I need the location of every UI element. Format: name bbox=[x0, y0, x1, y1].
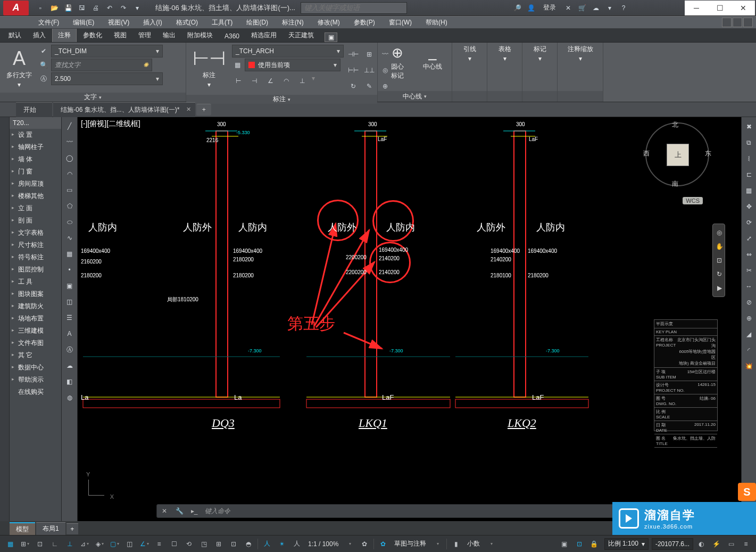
dim-layer-dropdown[interactable]: 使用当前项▾ bbox=[245, 59, 340, 71]
clean-screen-icon[interactable]: ▭ bbox=[724, 537, 738, 551]
app-logo[interactable]: A bbox=[3, 1, 29, 15]
dim-style-dropdown[interactable]: _TCH_ARCH▾ bbox=[232, 45, 344, 57]
new-icon[interactable]: ▫ bbox=[34, 2, 47, 14]
ws-caret-icon[interactable]: ▾ bbox=[430, 537, 444, 551]
mark-panel[interactable]: 标记▾ bbox=[526, 45, 554, 62]
stretch-icon[interactable]: ⇔ bbox=[743, 248, 755, 261]
minimize-button[interactable]: ─ bbox=[685, 1, 708, 15]
side-item[interactable]: 建筑防火 bbox=[10, 300, 61, 312]
help-caret-icon[interactable]: ▾ bbox=[604, 2, 616, 14]
iso-toggle-icon[interactable]: ◈▾ bbox=[93, 537, 106, 551]
text-style-dropdown[interactable]: _TCH_DIM▾ bbox=[51, 45, 163, 57]
dim-baseline-icon[interactable]: ⊥⊥ bbox=[363, 64, 376, 77]
side-item-buy[interactable]: 在线购买 bbox=[10, 386, 61, 398]
doctab-drawing[interactable]: 结施-06 集水坑、挡...、人防墙体详图(一)*✕ bbox=[53, 102, 195, 117]
dim-break-icon[interactable]: ⊣⊢ bbox=[347, 48, 360, 61]
menu-edit[interactable]: 编辑(E) bbox=[67, 17, 101, 28]
dim-continue-icon[interactable]: ⊢⊢ bbox=[347, 64, 360, 77]
ribbon-panel-toggle-icon[interactable]: ▣ bbox=[325, 32, 337, 42]
table-panel[interactable]: 表格▾ bbox=[491, 45, 519, 62]
close-button[interactable]: ✕ bbox=[732, 1, 755, 15]
3d-toggle-icon[interactable]: ◳ bbox=[197, 537, 211, 551]
infocenter-search-icon[interactable]: 🔎 bbox=[511, 2, 523, 14]
otrack-toggle-icon[interactable]: ∠▾ bbox=[137, 537, 151, 551]
sc-icon[interactable]: ◓ bbox=[242, 537, 255, 551]
ime-indicator-icon[interactable]: S bbox=[738, 483, 756, 501]
hardware-accel-icon[interactable]: ⚡ bbox=[709, 537, 723, 551]
trim-icon[interactable]: ✂ bbox=[743, 264, 755, 277]
dim-override-icon[interactable]: ✎ bbox=[363, 80, 376, 93]
cloud-icon[interactable]: ☁ bbox=[590, 2, 602, 14]
redo-icon[interactable]: ↷ bbox=[117, 2, 130, 14]
join-icon[interactable]: ⊕ bbox=[743, 312, 755, 325]
side-item[interactable]: 帮助演示 bbox=[10, 374, 61, 386]
side-item[interactable]: 设 置 bbox=[10, 129, 61, 141]
doc-minimize-icon[interactable] bbox=[722, 18, 732, 27]
find-text-input[interactable]: 查找文字✺ bbox=[51, 59, 152, 71]
cart-icon[interactable]: 🛒 bbox=[576, 2, 588, 14]
undo-icon[interactable]: ↶ bbox=[103, 2, 116, 14]
model-toggle-icon[interactable]: ▦ bbox=[3, 537, 17, 551]
dyn-input-icon[interactable]: ⊞ bbox=[212, 537, 226, 551]
doc-close-icon[interactable] bbox=[743, 18, 753, 27]
circle-tool-icon[interactable]: ◯ bbox=[63, 151, 77, 165]
menu-file[interactable]: 文件(F) bbox=[32, 17, 65, 28]
workspace-icon[interactable]: ✿ bbox=[376, 537, 390, 551]
side-item[interactable]: 楼梯其他 bbox=[10, 190, 61, 202]
ribbontab-a360[interactable]: A360 bbox=[219, 30, 245, 42]
chamfer-icon[interactable]: ◢ bbox=[743, 328, 755, 341]
menu-format[interactable]: 格式(O) bbox=[170, 17, 204, 28]
menu-tools[interactable]: 工具(T) bbox=[205, 17, 239, 28]
menu-insert[interactable]: 插入(I) bbox=[137, 17, 168, 28]
layout-tab-add[interactable]: + bbox=[67, 523, 78, 534]
side-item[interactable]: 三维建模 bbox=[10, 325, 61, 337]
side-item[interactable]: 其 它 bbox=[10, 349, 61, 361]
menu-window[interactable]: 窗口(W) bbox=[383, 17, 418, 28]
aligned-dim-icon[interactable]: ⊣ bbox=[248, 75, 261, 87]
text-height-dropdown[interactable]: 2.500▾ bbox=[51, 72, 163, 85]
side-item[interactable]: 图层控制 bbox=[10, 263, 61, 276]
rotate-icon[interactable]: ⟳ bbox=[743, 216, 755, 229]
wipeout-tool-icon[interactable]: ◧ bbox=[63, 375, 77, 389]
annoscale-icon2[interactable]: ✴ bbox=[275, 537, 289, 551]
side-item[interactable]: 门 窗 bbox=[10, 166, 61, 178]
ribbontab-addins[interactable]: 附加模块 bbox=[182, 29, 218, 42]
doc-restore-icon[interactable] bbox=[733, 18, 742, 27]
side-item[interactable]: 立 面 bbox=[10, 202, 61, 215]
menu-help[interactable]: 帮助(H) bbox=[419, 17, 454, 28]
panel-title-center[interactable]: 中心线▾ bbox=[378, 91, 452, 102]
multiline-text-button[interactable]: A 多行文字 ▾ bbox=[3, 45, 35, 90]
quick-props-icon[interactable]: ▣ bbox=[558, 537, 571, 551]
ribbontab-default[interactable]: 默认 bbox=[3, 29, 27, 42]
table-tool-icon[interactable]: ☰ bbox=[63, 311, 77, 325]
dimension-button[interactable]: ⊢⊣ 标注 ▾ bbox=[189, 45, 229, 90]
model-viewport[interactable]: [-][俯视][二维线框] 上 北 南 东 西 WCS ◎ ✋ ⊡ ↻ ▶ bbox=[78, 117, 741, 521]
lock-ui-icon[interactable]: 🔒 bbox=[587, 537, 601, 551]
cycling-icon[interactable]: ⟲ bbox=[182, 537, 196, 551]
fillet-icon[interactable]: ◜ bbox=[743, 344, 755, 357]
mirror-icon[interactable]: ⧙ bbox=[743, 152, 755, 165]
donut-tool-icon[interactable]: ◍ bbox=[63, 391, 77, 405]
menu-draw[interactable]: 绘图(D) bbox=[240, 17, 275, 28]
doctab-close-icon[interactable]: ✕ bbox=[186, 106, 191, 113]
gear-icon[interactable]: ✿ bbox=[358, 537, 371, 551]
point-tool-icon[interactable]: • bbox=[63, 263, 77, 277]
angular-dim-icon[interactable]: ∠ bbox=[264, 75, 277, 87]
side-item[interactable]: 数据中心 bbox=[10, 361, 61, 374]
plot-icon[interactable]: 🖨 bbox=[89, 2, 102, 14]
cmdline-wrench-icon[interactable]: 🔧 bbox=[172, 507, 187, 515]
ribbontab-tangent[interactable]: 天正建筑 bbox=[283, 29, 319, 42]
hatch-tool-icon[interactable]: ▦ bbox=[63, 247, 77, 261]
polar-toggle-icon[interactable]: ⊿▾ bbox=[78, 537, 92, 551]
side-item[interactable]: 轴网柱子 bbox=[10, 141, 61, 153]
side-item[interactable]: 墙 体 bbox=[10, 153, 61, 166]
offset-icon[interactable]: ⊏ bbox=[743, 168, 755, 181]
maximize-button[interactable]: ☐ bbox=[708, 1, 732, 15]
doctab-add-button[interactable]: + bbox=[196, 104, 211, 116]
layout-tab-layout1[interactable]: 布局1 bbox=[36, 522, 65, 535]
arc-dim-icon[interactable]: ◠ bbox=[280, 75, 293, 87]
ribbontab-insert[interactable]: 插入 bbox=[28, 29, 51, 42]
menu-modify[interactable]: 修改(M) bbox=[311, 17, 346, 28]
side-item[interactable]: 房间屋顶 bbox=[10, 178, 61, 190]
arc-tool-icon[interactable]: ◠ bbox=[63, 167, 77, 181]
